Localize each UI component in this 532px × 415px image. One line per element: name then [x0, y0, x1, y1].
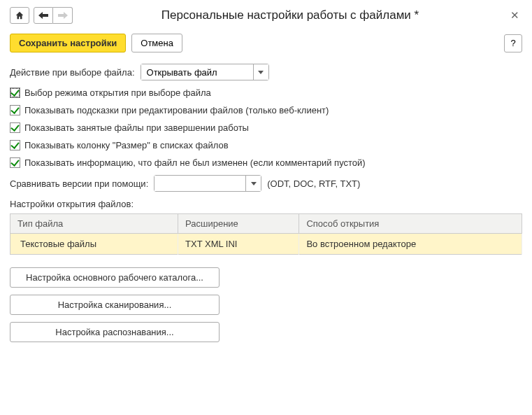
checkbox-label-2: Показывать занятые файлы при завершении … [24, 122, 249, 133]
checkbox-label-4: Показывать информацию, что файл не был и… [24, 157, 366, 168]
wide-button-2[interactable]: Настройка распознавания... [10, 322, 220, 342]
save-button[interactable]: Сохранить настройки [10, 34, 126, 52]
checkbox-label-3: Показывать колонку "Размер" в списках фа… [24, 140, 229, 150]
cancel-button[interactable]: Отмена [131, 34, 182, 52]
checkbox-3[interactable] [10, 140, 20, 150]
table-header-1: Расширение [178, 214, 299, 234]
help-button[interactable]: ? [504, 34, 522, 52]
checkbox-1[interactable] [10, 105, 20, 115]
checkbox-0[interactable] [10, 87, 20, 98]
wide-button-1[interactable]: Настройка сканирования... [10, 295, 220, 315]
action-on-select-label: Действие при выборе файла: [10, 67, 135, 78]
checkbox-2[interactable] [10, 122, 20, 133]
compare-label: Сравнивать версии при помощи: [10, 178, 148, 189]
action-on-select-dropdown[interactable] [141, 64, 269, 80]
chevron-down-icon[interactable] [245, 176, 261, 191]
forward-button [53, 7, 73, 24]
wide-button-0[interactable]: Настройка основного рабочего каталога... [10, 267, 220, 288]
table-header-0: Тип файла [10, 214, 178, 234]
action-on-select-input[interactable] [141, 64, 253, 80]
checkbox-4[interactable] [10, 157, 20, 168]
compare-dropdown[interactable] [154, 175, 261, 192]
table-row[interactable]: Текстовые файлыTXT XML INIВо встроенном … [10, 234, 522, 255]
window-title: Персональные настройки работы с файлами … [73, 8, 508, 22]
checkbox-label-1: Показывать подсказки при редактировании … [24, 105, 329, 115]
table-cell: TXT XML INI [178, 234, 299, 255]
checkbox-label-0: Выбор режима открытия при выборе файла [24, 87, 211, 98]
close-icon[interactable]: ✕ [508, 9, 522, 22]
chevron-down-icon[interactable] [253, 64, 268, 80]
table-cell: Текстовые файлы [10, 234, 178, 255]
back-button[interactable] [34, 7, 53, 24]
file-open-settings-table: Тип файлаРасширениеСпособ открытия Текст… [10, 213, 522, 255]
table-header-2: Способ открытия [299, 214, 522, 234]
home-button[interactable] [10, 7, 29, 24]
compare-hint: (ODT, DOC, RTF, TXT) [267, 178, 360, 189]
compare-input[interactable] [154, 176, 245, 191]
table-section-label: Настройки открытия файлов: [10, 199, 522, 209]
table-cell: Во встроенном редакторе [299, 234, 522, 255]
